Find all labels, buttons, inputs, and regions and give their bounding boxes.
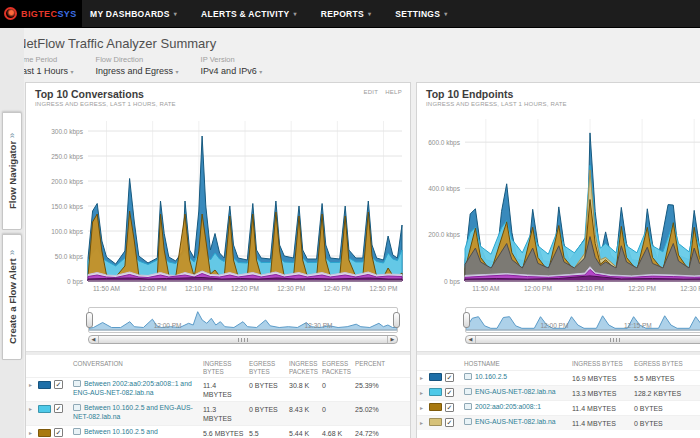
row-checkbox[interactable]: ✓: [54, 380, 63, 389]
scrollbar-grip[interactable]: [238, 338, 248, 342]
svg-text:12:00 PM: 12:00 PM: [154, 322, 182, 329]
endpoints-scrollbar[interactable]: ◀ ▶: [465, 335, 700, 344]
row-controls: ▸✓: [29, 428, 73, 437]
scroll-left-icon[interactable]: ◀: [89, 336, 99, 343]
svg-text:12:10 PM: 12:10 PM: [185, 285, 213, 292]
edit-link[interactable]: EDIT: [363, 89, 378, 95]
panel-top10-conversations: Top 10 Conversations INGRESS AND EGRESS,…: [25, 82, 411, 438]
row-expander-icon[interactable]: ▸: [29, 381, 38, 388]
menu-reports[interactable]: REPORTS▾: [321, 9, 372, 19]
row-value-cell: 5.6 Mbytes: [203, 428, 249, 438]
filter-value-ip-version[interactable]: IPv4 and IPv6 ▾: [201, 66, 263, 76]
endpoints-time-scrubber[interactable]: 12:00 PM12:15 PM: [465, 307, 700, 333]
table-header-row: HOSTNAMEINGRESS BYTESEGRESS BYTES: [417, 358, 700, 370]
row-label-cell: Between 2002:aa0:205:a008::1 and ENG-AUS…: [73, 380, 203, 397]
row-link[interactable]: Between 10.160.2.5 and ENG-AUS-NET-082.l…: [73, 404, 193, 420]
svg-text:12:00 PM: 12:00 PM: [139, 285, 167, 292]
flame-logo-icon: [4, 7, 17, 20]
row-expander-icon[interactable]: ▸: [29, 429, 38, 436]
menu-label: ALERTS & ACTIVITY: [201, 9, 289, 19]
table-row: ▸✓ENG-AUS-NET-082.lab.na11.4 Mbytes0 byt…: [417, 415, 700, 430]
scroll-right-icon[interactable]: ▶: [387, 336, 397, 343]
table-row: ▸✓Between 2002:aa0:205:a008::1 and ENG-A…: [26, 377, 410, 401]
netflow-summary-page: BIGTEC SYS MY DASHBOARDS▾ALERTS & ACTIVI…: [0, 0, 700, 438]
svg-text:400.0 kbps: 400.0 kbps: [428, 185, 461, 193]
row-expander-icon[interactable]: ▸: [420, 419, 429, 426]
menu-alerts-activity[interactable]: ALERTS & ACTIVITY▾: [201, 9, 297, 19]
row-color-swatch: [38, 381, 51, 389]
top-navigation-bar: BIGTEC SYS MY DASHBOARDS▾ALERTS & ACTIVI…: [0, 0, 700, 28]
svg-text:300.0 kbps: 300.0 kbps: [51, 128, 84, 136]
svg-text:12:40 PM: 12:40 PM: [323, 285, 351, 292]
row-value-cell: 8.43 k: [289, 404, 322, 414]
scroll-left-icon[interactable]: ◀: [466, 336, 476, 343]
side-tab-create-flow-alert[interactable]: Create a Flow Alert»: [2, 234, 22, 360]
chevron-down-icon: ▾: [444, 10, 447, 17]
row-link[interactable]: Between 2002:aa0:205:a008::1 and ENG-AUS…: [73, 380, 192, 396]
row-checkbox[interactable]: ✓: [54, 428, 63, 437]
row-controls: ▸✓: [420, 373, 464, 382]
conversations-area-chart: 300.0 kbps250.0 kbps200.0 kbps150.0 kbps…: [26, 109, 411, 299]
svg-text:600.0 kbps: 600.0 kbps: [428, 139, 461, 147]
conversations-scrollbar[interactable]: ◀ ▶: [88, 335, 398, 344]
conversations-table: CONVERSATIONINGRESS BYTESEGRESS BYTESING…: [26, 358, 410, 438]
help-link[interactable]: HELP: [385, 89, 402, 95]
row-expander-icon[interactable]: ▸: [420, 404, 429, 411]
conversations-overview-chart: 12:00 PM12:30 PM: [89, 308, 397, 334]
row-link[interactable]: 2002:aa0:205:a008::1: [475, 403, 541, 410]
column-header: CONVERSATION: [73, 360, 203, 368]
row-expander-icon[interactable]: ▸: [420, 374, 429, 381]
side-tab-flow-navigator[interactable]: Flow Navigator»: [2, 112, 22, 230]
row-checkbox[interactable]: ✓: [445, 403, 454, 412]
column-header: INGRESS PACKETS: [289, 360, 322, 375]
menu-my-dashboards[interactable]: MY DASHBOARDS▾: [90, 9, 177, 19]
double-chevron-icon: »: [7, 250, 17, 255]
row-value-cell: 0 bytes: [249, 380, 289, 390]
row-color-swatch: [429, 373, 442, 381]
svg-text:12:20 PM: 12:20 PM: [231, 285, 259, 292]
row-checkbox[interactable]: ✓: [445, 388, 454, 397]
filter-flow-direction: Flow DirectionIngress and Egress ▾: [96, 55, 179, 76]
row-checkbox[interactable]: ✓: [445, 418, 454, 427]
scrubber-left-handle[interactable]: [463, 312, 470, 328]
filter-time-period: Time PeriodLast 1 Hours ▾: [17, 55, 74, 76]
side-tab-label: Flow Navigator: [7, 141, 18, 209]
filter-value-flow-direction[interactable]: Ingress and Egress ▾: [96, 66, 179, 76]
column-header: EGRESS PACKETS: [322, 360, 355, 375]
svg-text:150.0 kbps: 150.0 kbps: [51, 203, 84, 211]
filter-label: Flow Direction: [96, 55, 179, 64]
row-link[interactable]: Between 10.160.2.5 and 10.199.250.1: [73, 428, 158, 438]
row-controls: ▸✓: [29, 380, 73, 389]
row-checkbox[interactable]: ✓: [54, 404, 63, 413]
scrubber-right-handle[interactable]: [393, 312, 400, 328]
side-tab-label: Create a Flow Alert: [7, 258, 18, 344]
row-value-cell: 11.4 Mbytes: [203, 380, 249, 399]
conversation-chart-icon: [73, 404, 81, 411]
row-value-cell: 11.4 Mbytes: [572, 403, 634, 413]
row-link[interactable]: ENG-AUS-NET-082.lab.na: [475, 418, 555, 425]
panel-title: Top 10 Conversations: [35, 88, 402, 100]
row-value-cell: 24.72%: [355, 428, 391, 438]
row-link[interactable]: 10.160.2.5: [475, 373, 507, 380]
conversations-time-scrubber[interactable]: 12:00 PM12:30 PM: [88, 307, 398, 333]
row-expander-icon[interactable]: ▸: [29, 405, 38, 412]
column-header: PERCENT: [355, 360, 391, 368]
svg-text:12:50 PM: 12:50 PM: [370, 285, 398, 292]
scrollbar-grip[interactable]: [610, 338, 620, 342]
row-value-cell: 11.3 Mbytes: [203, 404, 249, 423]
filter-value-time-period[interactable]: Last 1 Hours ▾: [17, 66, 74, 76]
menu-label: MY DASHBOARDS: [90, 9, 170, 19]
row-checkbox[interactable]: ✓: [445, 373, 454, 382]
row-expander-icon[interactable]: ▸: [420, 389, 429, 396]
column-header: EGRESS BYTES: [249, 360, 289, 375]
conversation-chart-icon: [73, 428, 81, 435]
row-link[interactable]: ENG-AUS-NET-082.lab.na: [475, 388, 555, 395]
svg-text:12:15 PM: 12:15 PM: [624, 322, 652, 329]
row-value-cell: 0: [322, 380, 355, 390]
column-header: EGRESS BYTES: [634, 360, 700, 368]
row-controls: ▸✓: [29, 404, 73, 413]
panel-links: EDIT HELP: [358, 89, 402, 95]
menu-settings[interactable]: SETTINGS▾: [395, 9, 447, 19]
scrubber-left-handle[interactable]: [86, 312, 93, 328]
brand-logo[interactable]: BIGTEC SYS: [0, 0, 82, 28]
